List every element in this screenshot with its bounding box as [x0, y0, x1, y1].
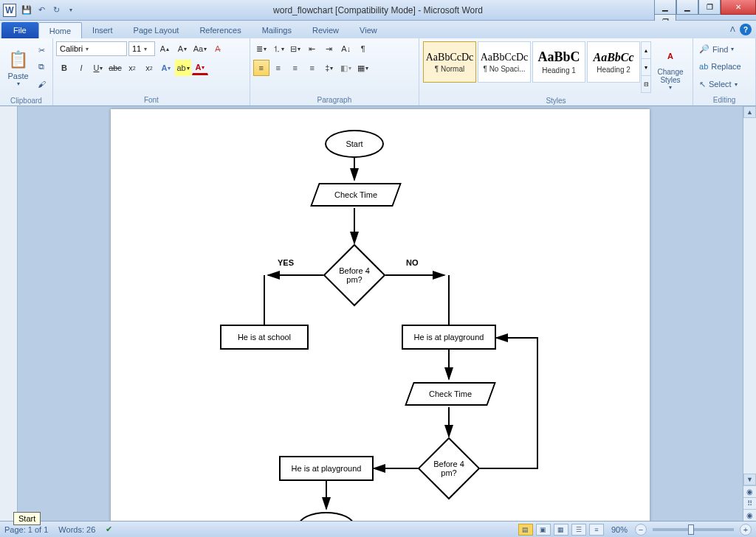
collapse-ribbon-icon[interactable]: ᐱ [730, 25, 735, 33]
font-size-combo[interactable]: 11▾ [128, 41, 155, 56]
clear-formatting-button[interactable]: A̶ [210, 41, 226, 57]
zoom-level[interactable]: 90% [611, 525, 628, 534]
browse-prev-icon[interactable]: ◉ [743, 485, 756, 497]
group-clipboard: 📋 Paste ▾ ✂ ⧉ 🖌 Clipboard [0, 38, 53, 105]
close-button[interactable]: ✕ [721, 0, 756, 15]
bullets-button[interactable]: ≣▾ [253, 41, 269, 57]
doc-minimize-button[interactable]: ▁ [654, 0, 676, 15]
vertical-scrollbar[interactable]: ▲ ▼ ◉ ⠿ ◉ [743, 106, 756, 521]
zoom-in-button[interactable]: + [740, 524, 752, 536]
shrink-font-button[interactable]: A▾ [174, 41, 190, 57]
text-effects-button[interactable]: A▾ [158, 60, 174, 76]
tab-home[interactable]: Home [38, 22, 82, 38]
paste-button[interactable]: 📋 Paste ▾ [3, 41, 33, 94]
node-at-playground-2[interactable]: He is at playground [279, 456, 374, 481]
redo-icon[interactable]: ↻ [50, 4, 62, 16]
group-font: Calibri▾ 11▾ A▴ A▾ Aa▾ A̶ B I U▾ abc x2 … [53, 38, 250, 105]
highlight-button[interactable]: ab▾ [175, 60, 191, 76]
change-styles-button[interactable]: A Change Styles ▾ [651, 41, 690, 94]
justify-button[interactable]: ≡ [304, 60, 320, 76]
style-heading-2[interactable]: AaBbCcHeading 2 [587, 41, 640, 83]
subscript-button[interactable]: x2 [124, 60, 140, 76]
zoom-slider[interactable] [653, 528, 734, 531]
node-check-time-2[interactable]: Check Time [405, 382, 496, 406]
style-no-spacing[interactable]: AaBbCcDc¶ No Spaci... [478, 41, 531, 83]
numbering-button[interactable]: ⒈▾ [270, 41, 286, 57]
browse-next-icon[interactable]: ◉ [743, 509, 756, 521]
style-normal[interactable]: AaBbCcDc¶ Normal [423, 41, 476, 83]
qat-more-icon[interactable]: ▾ [65, 4, 77, 16]
minimize-button[interactable]: ▁ [676, 0, 698, 15]
save-icon[interactable]: 💾 [21, 4, 32, 16]
status-words[interactable]: Words: 26 [58, 525, 95, 534]
view-web-button[interactable]: ▦ [554, 524, 568, 536]
tab-file[interactable]: File [1, 22, 38, 38]
group-label-font: Font [53, 95, 250, 105]
node-stop[interactable]: Stop [298, 512, 354, 521]
tab-insert[interactable]: Insert [82, 22, 123, 38]
status-proofing-icon[interactable]: ✔ [106, 524, 112, 534]
shading-button[interactable]: ◧▾ [338, 60, 354, 76]
node-at-playground-1[interactable]: He is at playground [402, 325, 496, 350]
font-name-combo[interactable]: Calibri▾ [56, 41, 127, 56]
align-right-button[interactable]: ≡ [287, 60, 303, 76]
zoom-thumb[interactable] [688, 524, 694, 535]
find-button[interactable]: 🔎Find▾ [696, 42, 752, 57]
maximize-button[interactable]: ❐ [698, 0, 721, 15]
view-outline-button[interactable]: ☰ [571, 524, 586, 536]
format-painter-icon[interactable]: 🖌 [35, 77, 48, 91]
decrease-indent-button[interactable]: ⇤ [304, 41, 320, 57]
align-left-button[interactable]: ≡ [253, 60, 269, 76]
view-full-screen-button[interactable]: ▣ [536, 524, 551, 536]
styles-down-icon[interactable]: ▾ [642, 59, 650, 76]
node-decision-1[interactable]: Before 4 pm? [323, 244, 386, 307]
undo-icon[interactable]: ↶ [35, 4, 47, 16]
superscript-button[interactable]: x2 [141, 60, 157, 76]
style-heading-1[interactable]: AaBbCHeading 1 [532, 41, 585, 83]
node-check-time-1[interactable]: Check Time [310, 183, 402, 207]
italic-button[interactable]: I [73, 60, 89, 76]
node-start[interactable]: Start [325, 130, 384, 158]
sort-button[interactable]: A↓ [338, 41, 354, 57]
font-color-button[interactable]: A▾ [192, 60, 208, 75]
browse-object-icon[interactable]: ⠿ [743, 497, 756, 509]
ribbon-tabs: File Home Insert Page Layout References … [0, 21, 756, 38]
scroll-up-icon[interactable]: ▲ [743, 106, 756, 118]
increase-indent-button[interactable]: ⇥ [321, 41, 337, 57]
borders-button[interactable]: ▦▾ [355, 60, 371, 76]
word-icon: W [3, 4, 16, 17]
line-spacing-button[interactable]: ‡▾ [321, 60, 337, 76]
tab-mailings[interactable]: Mailings [252, 22, 302, 38]
node-at-school[interactable]: He is at school [220, 325, 309, 350]
change-case-button[interactable]: Aa▾ [192, 41, 208, 57]
change-styles-label: Change Styles [651, 68, 690, 84]
show-marks-button[interactable]: ¶ [355, 41, 371, 57]
view-print-layout-button[interactable]: ▤ [518, 524, 533, 536]
group-paragraph: ≣▾ ⒈▾ ⊟▾ ⇤ ⇥ A↓ ¶ ≡ ≡ ≡ ≡ ‡▾ ◧▾ ▦▾ Parag… [250, 38, 419, 105]
replace-button[interactable]: abReplace [696, 59, 752, 74]
underline-button[interactable]: U▾ [90, 60, 106, 76]
node-decision-2[interactable]: Before 4 pm? [418, 437, 481, 500]
multilevel-button[interactable]: ⊟▾ [287, 41, 303, 57]
zoom-out-button[interactable]: − [635, 524, 647, 536]
select-button[interactable]: ↖Select▾ [696, 77, 752, 91]
align-center-button[interactable]: ≡ [270, 60, 286, 76]
styles-up-icon[interactable]: ▴ [642, 42, 650, 59]
grow-font-button[interactable]: A▴ [157, 41, 173, 57]
status-page[interactable]: Page: 1 of 1 [4, 525, 48, 534]
page: Start Check Time Before 4 pm? YES NO He … [111, 109, 650, 521]
tab-page-layout[interactable]: Page Layout [123, 22, 190, 38]
change-styles-icon: A [659, 44, 682, 68]
copy-icon[interactable]: ⧉ [35, 60, 48, 74]
bold-button[interactable]: B [56, 60, 72, 76]
scroll-down-icon[interactable]: ▼ [743, 474, 756, 485]
tab-view[interactable]: View [349, 22, 388, 38]
tab-review[interactable]: Review [302, 22, 349, 38]
strikethrough-button[interactable]: abc [107, 60, 123, 76]
help-icon[interactable]: ? [740, 24, 752, 35]
tab-references[interactable]: References [189, 22, 251, 38]
document-area[interactable]: Start Check Time Before 4 pm? YES NO He … [18, 106, 743, 521]
view-draft-button[interactable]: ≡ [589, 524, 604, 536]
styles-more-icon[interactable]: ⊟ [642, 76, 650, 92]
cut-icon[interactable]: ✂ [35, 44, 48, 57]
